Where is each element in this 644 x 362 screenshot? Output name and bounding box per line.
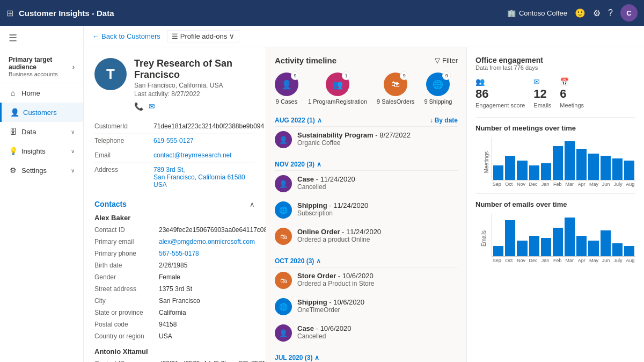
- meetings-bar-chart: SepOctNovDecJanFebMarAprMayJunJulyAug: [492, 137, 635, 187]
- sidebar-target[interactable]: Primary target audience Business account…: [0, 50, 83, 83]
- profile-addons-button[interactable]: ☰ Profile add-ons ∨: [167, 30, 239, 42]
- bar[interactable]: [493, 165, 503, 180]
- smiley-button[interactable]: 🙂: [575, 8, 586, 18]
- cases-icon-item[interactable]: 👤 9 9 Cases: [275, 73, 298, 105]
- sidebar-home-label: Home: [21, 89, 75, 97]
- bar[interactable]: [517, 241, 527, 256]
- bar[interactable]: [612, 158, 623, 180]
- sidebar-item-home[interactable]: ⌂ Home: [0, 83, 83, 103]
- customer-name: Trey Research of San Francisco: [134, 58, 255, 81]
- sidebar-nav: ⌂ Home 👤 Customers 🗄 Data ∨ 💡 Insights ∨…: [0, 83, 83, 362]
- case-nov-content: Case - 11/24/2020 Cancelled: [297, 175, 458, 191]
- emails-bar-chart: SepOctNovDecJanFebMarAprMayJunJulyAug: [492, 214, 635, 263]
- topbar-right: 🏢 Contoso Coffee 🙂 ⚙ ? C: [507, 4, 638, 21]
- three-cols-layout: T Trey Research of San Francisco San Fra…: [84, 47, 644, 362]
- filter-button[interactable]: ▽ Filter: [435, 56, 458, 64]
- profile-addons-icon: ☰: [172, 32, 178, 40]
- store-order-title: Store Order - 10/6/2020: [297, 272, 458, 280]
- activity-icons-row: 👤 9 9 Cases 👥 1 1 ProgramRegistration: [275, 73, 458, 105]
- grid-icon[interactable]: ⊞: [6, 8, 13, 18]
- back-to-customers-link[interactable]: ← Back to Customers: [92, 32, 160, 40]
- shipping-icon-item[interactable]: 🌐 9 9 Shipping: [424, 73, 452, 105]
- help-button[interactable]: ?: [608, 8, 613, 18]
- bar[interactable]: [529, 236, 539, 256]
- bar[interactable]: [624, 161, 634, 180]
- salesorders-icon: 🛍: [391, 79, 400, 89]
- office-engagement-title: Office engagement: [475, 56, 635, 64]
- bar-label: July: [613, 182, 624, 187]
- case-oct-content: Case - 10/6/2020 Cancelled: [297, 324, 458, 340]
- timeline-month-jul2020[interactable]: JUL 2020 (3) ∧: [275, 351, 458, 362]
- main-layout: ☰ Primary target audience Business accou…: [0, 26, 644, 362]
- salesorders-icon-item[interactable]: 🛍 9 9 SalesOrders: [377, 73, 414, 105]
- gear-button[interactable]: ⚙: [593, 8, 601, 18]
- bar[interactable]: [612, 243, 623, 256]
- sort-by-date-button[interactable]: ↓ By date: [430, 117, 458, 124]
- email-icon[interactable]: ✉: [149, 102, 155, 111]
- sustainability-sub: Organic Coffee: [297, 139, 458, 147]
- bar[interactable]: [565, 218, 575, 256]
- meetings-chart-section: Number of meetings over time Meetings Se…: [475, 124, 635, 187]
- store-order-sub: Ordered a Product in Store: [297, 280, 458, 287]
- sidebar-item-settings[interactable]: ⚙ Settings ∨: [0, 161, 83, 180]
- home-icon: ⌂: [9, 89, 17, 97]
- bar[interactable]: [601, 156, 611, 180]
- hamburger-icon[interactable]: ☰: [0, 26, 83, 50]
- content-area: ← Back to Customers ☰ Profile add-ons ∨ …: [84, 26, 644, 362]
- shipping-label: 9 Shipping: [424, 98, 452, 105]
- office-stats: 👥 86 Engagement score ✉ 12 Emails: [475, 77, 635, 108]
- bar[interactable]: [601, 230, 611, 256]
- timeline-month-nov2020[interactable]: NOV 2020 (3) ∧: [275, 157, 458, 171]
- contact-alex-email-row: Primary email alex@pmgdemo.onmicrosoft.c…: [94, 236, 255, 248]
- bar[interactable]: [576, 236, 587, 256]
- customer-info: Trey Research of San Francisco San Franc…: [134, 58, 255, 111]
- bar[interactable]: [517, 161, 527, 180]
- emails-chart-container: Emails SepOctNovDecJanFebMarAprMayJunJul…: [475, 214, 635, 263]
- bar[interactable]: [565, 141, 575, 180]
- emails-y-label: Emails: [481, 230, 487, 247]
- case-oct-icon: 👤: [275, 324, 292, 342]
- bar[interactable]: [529, 165, 539, 180]
- timeline-month-aug2022[interactable]: AUG 2022 (1) ∧ ↓ By date: [275, 113, 458, 127]
- bar[interactable]: [588, 241, 598, 256]
- org-name[interactable]: 🏢 Contoso Coffee: [507, 9, 567, 17]
- contact-alex-id-row: Contact ID 23e49fec2e150676903aa0e64117c…: [94, 224, 255, 236]
- engagement-number: 86: [475, 87, 525, 101]
- bar[interactable]: [505, 220, 515, 256]
- sidebar-item-insights[interactable]: 💡 Insights ∨: [0, 141, 83, 161]
- bar[interactable]: [553, 146, 563, 180]
- bar[interactable]: [541, 238, 551, 256]
- emails-chart-title: Number of emails over time: [475, 200, 635, 208]
- office-engagement-subtitle: Data from last 776 days: [475, 64, 635, 71]
- bar[interactable]: [576, 149, 587, 180]
- bar[interactable]: [493, 246, 503, 256]
- timeline-month-oct2020[interactable]: OCT 2020 (3) ∧: [275, 254, 458, 267]
- org-icon: 🏢: [507, 9, 516, 17]
- bar[interactable]: [505, 156, 515, 180]
- email-value: contact@treyrrresearch.net: [153, 151, 232, 159]
- phone-icon[interactable]: 📞: [134, 102, 143, 111]
- sidebar-item-data[interactable]: 🗄 Data ∨: [0, 122, 83, 141]
- target-chevron-icon: ›: [72, 63, 75, 71]
- meetings-stat-icon: 📅: [560, 77, 569, 86]
- contact-name-antonio: Antonio Xitamul: [94, 347, 255, 356]
- bar[interactable]: [624, 246, 634, 256]
- aug2022-chevron: ∧: [317, 117, 322, 124]
- contact-icons: 📞 ✉: [134, 102, 255, 111]
- programreg-icon: 👥: [332, 79, 343, 90]
- contacts-chevron-icon[interactable]: ∧: [250, 200, 255, 208]
- meetings-bars: [492, 137, 635, 180]
- detail-row-customerid: CustomerId 71dee181af223c3214b0f2388be9b…: [94, 119, 255, 134]
- meetings-chart-title: Number of meetings over time: [475, 124, 635, 132]
- bar[interactable]: [588, 154, 598, 180]
- salesorders-label: 9 SalesOrders: [377, 98, 414, 105]
- programreg-icon-item[interactable]: 👥 1 1 ProgramRegistration: [308, 73, 367, 105]
- case-oct-sub: Cancelled: [297, 332, 458, 340]
- bar-label: Apr: [576, 182, 587, 187]
- bar[interactable]: [541, 163, 551, 180]
- bar[interactable]: [553, 228, 563, 256]
- sidebar-item-customers[interactable]: 👤 Customers: [0, 103, 83, 122]
- avatar[interactable]: C: [620, 4, 638, 21]
- contact-name-alex: Alex Baker: [94, 214, 255, 222]
- nov2020-chevron: ∧: [317, 161, 321, 168]
